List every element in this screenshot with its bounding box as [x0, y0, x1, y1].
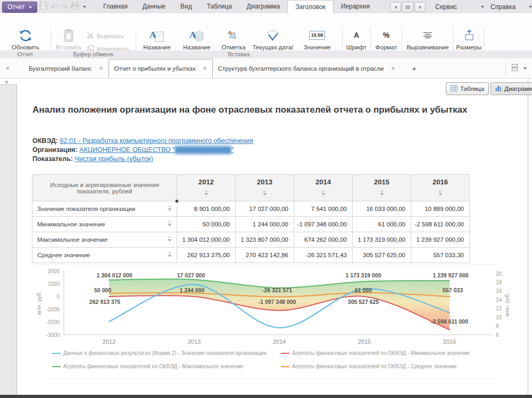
paste-button[interactable]: Вставить [53, 28, 84, 51]
table-row-label[interactable]: Минимальное значение [32, 217, 177, 232]
table-row: Минимальное значение50 000,001 244 000,0… [32, 217, 470, 232]
ribbon-tab-hierarchy[interactable]: Иерархия [334, 0, 377, 13]
indicator-link[interactable]: Чистая прибыль (убыток) [74, 155, 153, 163]
close-panel-icon[interactable]: × [6, 65, 10, 72]
table-view-label: Таблица [460, 86, 484, 92]
doc-tab-label: Бухгалтерский баланс [29, 65, 92, 72]
table-row: Значение показателя организации8 901 000… [32, 201, 470, 217]
collapsed-side-panel[interactable] [0, 84, 17, 395]
print-dropdown-caret[interactable] [83, 6, 86, 8]
table-row-label[interactable]: Значение показателя организации [32, 201, 177, 217]
right-axis-tick: 14 [496, 297, 502, 303]
doc-tab-profit-loss[interactable]: Отчет о прибылях и убытках × [109, 59, 213, 78]
chart-view-button[interactable]: Диаграмма [491, 82, 532, 95]
ribbon-tab-header[interactable]: Заголовок [287, 0, 333, 13]
ribbon-tab-chart[interactable]: Диаграмма [239, 0, 287, 13]
redacted-org-name: ████████████ [175, 146, 231, 154]
value-button[interactable]: 15.58 Значение [298, 28, 336, 51]
refresh-icon [3, 28, 48, 43]
year-header-2016[interactable]: 2016 [411, 175, 470, 201]
tab-scroll-right-button[interactable] [414, 2, 426, 12]
legend-swatch [52, 353, 61, 354]
quick-access-toolbar: ↶ ↷ [39, 2, 86, 12]
organization-line: Организация: АКЦИОНЕРНОЕ ОБЩЕСТВО "█████… [32, 146, 253, 155]
table-view-button[interactable]: Таблица [446, 82, 489, 95]
filter-icon[interactable] [379, 191, 384, 196]
window-layout-icon[interactable] [511, 64, 519, 73]
ribbon-tab-table[interactable]: Таблица [200, 0, 239, 13]
x-axis-label: 2013 [188, 338, 201, 345]
sizes-label: Размеры [456, 44, 482, 50]
tab-list-button[interactable] [402, 2, 413, 12]
cut-button[interactable]: Вырезать [87, 32, 124, 40]
right-axis-tick: 18 [496, 280, 502, 285]
indicator-line: Показатель: Чистая прибыль (убыток) [32, 155, 253, 164]
filter-icon[interactable] [262, 191, 267, 196]
refresh-label: Обновить [12, 44, 39, 50]
doc-tab-label: Структура бухгалтерского баланса организ… [218, 65, 384, 72]
close-icon[interactable]: × [391, 65, 395, 72]
report-menu-button[interactable]: Отчет [2, 2, 37, 13]
table-row-label[interactable]: Максимальное значение [32, 232, 177, 248]
page-title: Анализ положения организации на фоне отр… [32, 104, 501, 116]
legend-item: Агрегаты финансовых показателей по ОКВЭД… [281, 350, 470, 356]
ribbon-tabs: Главная Данные Вид Таблица Диаграмма Заг… [96, 0, 377, 13]
redo-icon[interactable]: ↷ [61, 3, 68, 11]
tabstrip-right-controls [505, 62, 527, 75]
svg-text:A: A [189, 30, 196, 40]
left-axis-tick: -2000 [46, 319, 60, 325]
left-axis-tick: -1000 [46, 307, 60, 312]
close-icon[interactable]: × [99, 65, 103, 72]
table-cell: 8 901 000,00 [177, 201, 236, 217]
refresh-button[interactable]: Обновить [3, 28, 48, 51]
x-axis-label: 2012 [103, 338, 115, 345]
ribbon-tab-main[interactable]: Главная [96, 0, 135, 13]
table-cell: 1 323 807 000,00 [236, 232, 294, 248]
okved-link[interactable]: 62.01 - Разработка компьютерного програм… [60, 137, 254, 145]
year-header-2012[interactable]: 2012 [177, 175, 236, 201]
year-header-2013[interactable]: 2013 [236, 175, 294, 201]
report-meta: ОКВЭД: 62.01 - Разработка компьютерного … [32, 137, 253, 164]
row-label-text: Среднее значение [37, 252, 90, 258]
table-cell: 305 527 625,00 [353, 248, 411, 263]
close-icon[interactable]: × [203, 65, 207, 72]
filter-icon[interactable] [438, 191, 443, 196]
year-header-2014[interactable]: 2014 [294, 175, 353, 201]
paste-label: Вставить [56, 44, 82, 50]
profitability-chart[interactable]: 200010000-1000-2000-30002018161412108620… [20, 264, 510, 350]
ribbon-tab-bar: Отчет ↶ ↷ Главная Данные Вид Таблица Диа… [0, 0, 532, 13]
window-bottom-edge [0, 395, 532, 398]
table-cell: -26 321 571,43 [294, 248, 353, 263]
layout-dropdown-caret[interactable] [523, 67, 527, 70]
organization-link[interactable]: АКЦИОНЕРНОЕ ОБЩЕСТВО "████████████" [79, 146, 234, 154]
help-menu-label: Справка [491, 3, 516, 11]
year-header-2015[interactable]: 2015 [353, 175, 411, 201]
view-switcher: Таблица Диаграмма [446, 82, 532, 95]
filter-icon[interactable] [167, 222, 172, 226]
tab-scroll-left-button[interactable] [390, 2, 401, 12]
ribbon-tab-data[interactable]: Данные [135, 0, 173, 13]
table-row-label[interactable]: Среднее значение [32, 248, 177, 263]
save-icon[interactable] [39, 2, 47, 12]
table-corner-header[interactable]: Исходные и агрегированные значения показ… [32, 175, 177, 201]
filter-icon[interactable] [204, 191, 209, 196]
undo-icon[interactable]: ↶ [51, 3, 57, 11]
doc-tab-structure[interactable]: Структура бухгалтерского баланса организ… [213, 58, 401, 78]
filter-icon[interactable] [167, 252, 172, 257]
service-menu[interactable]: Сервис [432, 0, 487, 13]
chevron-down-icon [529, 6, 532, 8]
organization-label: Организация: [32, 146, 78, 154]
legend-label: Данные о финансовых результатах (Форма 2… [63, 350, 267, 356]
filter-icon[interactable] [321, 191, 326, 196]
new-tab-button[interactable]: + [412, 64, 417, 73]
ribbon-tab-view[interactable]: Вид [173, 0, 200, 13]
legend-label: Агрегаты финансовых показателей по ОКВЭД… [292, 350, 470, 356]
data-label: 262 913 375 [89, 299, 121, 305]
help-menu[interactable]: Справка [487, 0, 532, 13]
doc-tab-label: Отчет о прибылях и убытках [114, 65, 196, 72]
filter-icon[interactable] [167, 206, 172, 211]
filter-icon[interactable] [167, 237, 172, 242]
doc-tab-balance[interactable]: Бухгалтерский баланс × [23, 58, 109, 78]
data-label: 305 527 625 [348, 299, 379, 305]
print-icon[interactable] [71, 2, 79, 12]
